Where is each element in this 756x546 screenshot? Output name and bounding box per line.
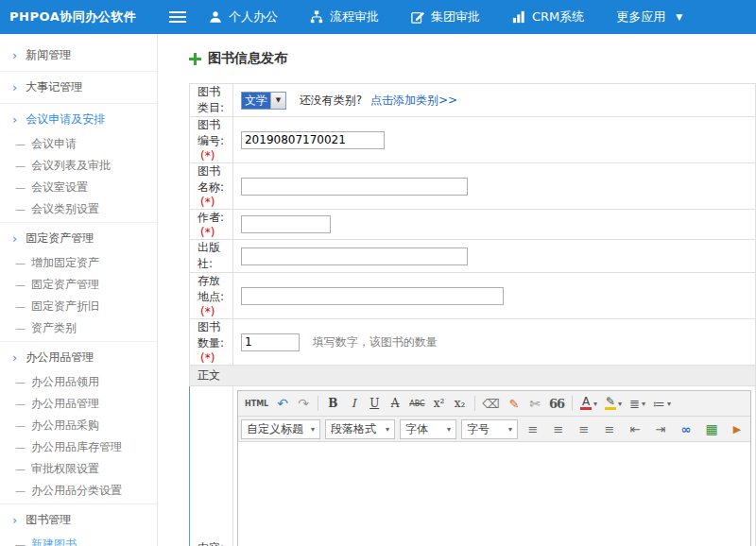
image-icon[interactable]: ▦ — [702, 419, 721, 438]
unordered-list-icon[interactable]: ≔ ▾ — [650, 394, 674, 413]
scissors-icon[interactable]: ✄ — [525, 394, 544, 413]
font-family-dropdown[interactable]: 字体 ▾ — [400, 419, 456, 439]
align-center-icon[interactable]: ≡ — [549, 419, 568, 438]
sidebar-item-label: 办公用品分类设置 — [31, 483, 122, 499]
heading-dropdown[interactable]: 自定义标题 ▾ — [241, 419, 320, 439]
required-marker: (*) — [200, 226, 215, 239]
sidebar-item-meeting-room[interactable]: — 会议室设置 — [0, 177, 157, 198]
strikethrough-abc-icon[interactable]: ABC — [406, 394, 427, 413]
sidebar-item-supplies-mgmt[interactable]: — 办公用品管理 — [0, 393, 157, 415]
font-color-icon[interactable]: A ▾ — [577, 394, 600, 413]
required-marker: (*) — [200, 149, 215, 162]
location-label: 存放地点: — [198, 274, 224, 303]
book-name-input[interactable] — [241, 178, 468, 196]
sidebar-item-meeting-category[interactable]: — 会议类别设置 — [0, 198, 157, 220]
align-left-icon[interactable]: ≡ — [524, 419, 542, 438]
format-brush-icon[interactable]: ✎ — [505, 394, 524, 413]
dash-icon: — — [15, 485, 26, 497]
sidebar-item-asset-depreciation[interactable]: — 固定资产折旧 — [0, 296, 157, 317]
sidebar-item-label: 固定资产管理 — [26, 230, 94, 247]
chevron-right-icon: › — [12, 232, 17, 245]
ordered-list-icon[interactable]: ≣ ▾ — [627, 394, 648, 413]
page-title-text: 图书信息发布 — [208, 50, 287, 67]
dash-icon: — — [15, 376, 26, 388]
publisher-input[interactable] — [241, 247, 468, 265]
sidebar-item-supplies-inventory[interactable]: — 办公用品库存管理 — [0, 436, 157, 458]
superscript-icon[interactable]: x² — [430, 394, 449, 413]
sidebar-item-asset-add[interactable]: — 增加固定资产 — [0, 252, 157, 274]
sidebar-item-asset-category[interactable]: — 资产类别 — [0, 317, 157, 339]
sidebar-item-asset-group[interactable]: › 固定资产管理 — [0, 225, 157, 252]
paragraph-format-dropdown[interactable]: 段落格式 ▾ — [325, 419, 395, 439]
sidebar-item-events-mgmt[interactable]: › 大事记管理 — [0, 74, 157, 101]
dash-icon: — — [15, 160, 26, 172]
bold-icon[interactable]: B — [323, 394, 342, 413]
table-row: 作者:(*) — [190, 210, 756, 240]
menu-toggle-icon[interactable] — [169, 9, 186, 26]
sidebar-item-meeting-group[interactable]: › 会议申请及安排 — [0, 106, 157, 133]
dash-icon: — — [15, 322, 26, 334]
font-size-dropdown[interactable]: 字号 ▾ — [461, 419, 518, 439]
eraser-icon[interactable]: ⌫ — [480, 394, 503, 413]
nav-process-approval[interactable]: 流程审批 — [310, 9, 379, 26]
indent-icon[interactable]: ⇥ — [651, 419, 670, 438]
plus-icon — [189, 53, 201, 65]
link-icon[interactable]: ∞ — [677, 419, 696, 438]
underline-icon[interactable]: U — [365, 394, 384, 413]
subscript-icon[interactable]: x₂ — [451, 394, 470, 413]
sidebar-item-supplies-use[interactable]: — 办公用品领用 — [0, 371, 157, 393]
sidebar-item-label: 办公用品领用 — [31, 374, 99, 390]
table-row: 图书类目: 文学 ▼ 还没有类别? 点击添加类别>> — [190, 84, 756, 117]
sidebar-item-supplies-approval[interactable]: — 审批权限设置 — [0, 458, 157, 480]
sidebar-item-supplies-group[interactable]: › 办公用品管理 — [0, 344, 157, 371]
nav-more-apps[interactable]: 更多应用 ▼ — [616, 9, 682, 26]
sidebar-item-books-group[interactable]: › 图书管理 — [0, 506, 157, 534]
table-row: 存放地点:(*) — [190, 273, 756, 319]
align-justify-icon[interactable]: ≡ — [600, 419, 619, 438]
sidebar: › 新闻管理 › 大事记管理 › 会议申请及安排 — 会议申请 — 会议列表及审… — [0, 34, 158, 546]
undo-icon[interactable]: ↶ — [273, 394, 292, 413]
add-category-link[interactable]: 点击添加类别>> — [370, 94, 457, 107]
nav-personal-office[interactable]: 个人办公 — [209, 9, 278, 26]
app-logo: PHPOA协同办公软件 — [0, 9, 158, 26]
redo-icon[interactable]: ↷ — [294, 394, 313, 413]
sidebar-item-label: 会议类别设置 — [31, 201, 99, 217]
outdent-icon[interactable]: ⇤ — [626, 419, 644, 438]
html-source-button[interactable]: HTML — [242, 394, 271, 413]
sidebar-item-label: 固定资产折旧 — [31, 299, 99, 315]
body-section-header: 正文 — [190, 366, 756, 386]
location-input[interactable] — [241, 287, 504, 305]
sidebar-item-meeting-list[interactable]: — 会议列表及审批 — [0, 155, 157, 177]
nav-crm-system[interactable]: CRM系统 — [512, 9, 584, 26]
author-input[interactable] — [241, 215, 331, 233]
strikethrough-a-icon[interactable]: A — [386, 394, 404, 413]
nav-group-approval[interactable]: 集团审批 — [411, 9, 480, 26]
blockquote-icon[interactable]: 66 — [546, 394, 567, 413]
book-number-input[interactable] — [241, 131, 385, 149]
category-select[interactable]: 文学 ▼ — [241, 92, 286, 110]
chevron-right-icon: › — [12, 514, 17, 526]
italic-icon[interactable]: I — [344, 394, 363, 413]
sidebar-item-label: 办公用品采购 — [31, 418, 99, 434]
align-right-icon[interactable]: ≡ — [575, 419, 593, 438]
sidebar-item-book-new[interactable]: — 新建图书 — [0, 534, 157, 546]
sidebar-item-supplies-purchase[interactable]: — 办公用品采购 — [0, 415, 157, 436]
table-row: 图书数量:(*) 填写数字，该图书的数量 — [190, 319, 756, 366]
editor-content-area[interactable] — [238, 442, 750, 546]
quantity-hint: 填写数字，该图书的数量 — [313, 335, 438, 349]
chevron-down-icon: ▼ — [270, 93, 285, 109]
sidebar-item-meeting-apply[interactable]: — 会议申请 — [0, 133, 157, 155]
media-icon[interactable]: ▶ — [728, 419, 747, 438]
sidebar-item-asset-mgmt[interactable]: — 固定资产管理 — [0, 274, 157, 296]
sidebar-item-label: 会议申请 — [31, 136, 77, 152]
dash-icon: — — [15, 203, 26, 215]
quantity-label: 图书数量: — [198, 320, 224, 350]
sidebar-item-news-mgmt[interactable]: › 新闻管理 — [0, 42, 157, 69]
quantity-input[interactable] — [241, 333, 300, 351]
highlight-color-icon[interactable]: ✎ ▾ — [602, 394, 625, 413]
sidebar-item-supplies-classify[interactable]: — 办公用品分类设置 — [0, 480, 157, 502]
table-row: 图书编号:(*) — [190, 117, 756, 163]
chevron-right-icon: › — [12, 49, 17, 61]
table-row: 图书名称:(*) — [190, 163, 756, 210]
chevron-right-icon: › — [12, 113, 17, 126]
